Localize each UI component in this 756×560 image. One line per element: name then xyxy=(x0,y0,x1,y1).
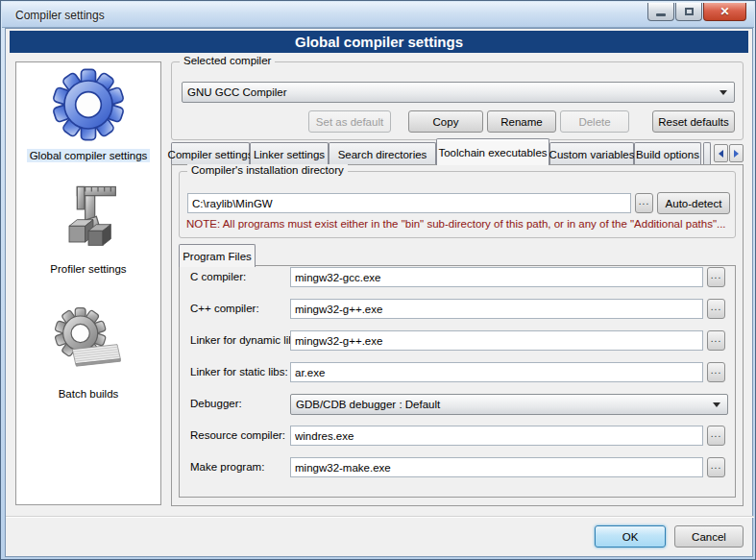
maximize-button[interactable] xyxy=(675,3,702,21)
close-button[interactable]: ✕ xyxy=(703,3,746,21)
sidebar-item-label: Batch builds xyxy=(56,387,122,401)
chevron-down-icon xyxy=(719,90,727,95)
auto-detect-button[interactable]: Auto-detect xyxy=(657,192,730,214)
caliper-icon xyxy=(50,180,127,256)
reset-defaults-button[interactable]: Reset defaults xyxy=(652,110,735,133)
arrow-right-icon xyxy=(734,150,739,158)
cpp-compiler-browse-button[interactable]: ... xyxy=(707,299,725,319)
sidebar-item-profiler-settings[interactable]: Profiler settings xyxy=(16,180,160,276)
compiler-select[interactable]: GNU GCC Compiler xyxy=(182,82,735,103)
make-program-input[interactable] xyxy=(290,457,703,477)
sidebar-item-label: Profiler settings xyxy=(47,262,129,276)
chevron-down-icon xyxy=(713,402,720,407)
linker-dynamic-browse-button[interactable]: ... xyxy=(707,330,725,351)
settings-sidebar: Global compiler settings xyxy=(15,61,161,505)
ok-button[interactable]: OK xyxy=(595,525,666,548)
delete-button[interactable]: Delete xyxy=(560,110,629,133)
debugger-select-value: GDB/CDB debugger : Default xyxy=(296,399,440,410)
sidebar-item-global-compiler-settings[interactable]: Global compiler settings xyxy=(16,66,160,162)
rename-button[interactable]: Rename xyxy=(487,110,556,133)
tab-overflow-sliver[interactable] xyxy=(703,142,711,165)
tab-build-options[interactable]: Build options xyxy=(634,142,701,165)
gray-gear-stack-icon xyxy=(50,304,127,381)
subtab-program-files[interactable]: Program Files xyxy=(179,244,256,267)
field-label: Debugger: xyxy=(190,398,242,409)
tab-linker-settings[interactable]: Linker settings xyxy=(250,142,329,165)
maximize-icon xyxy=(685,8,694,15)
tab-scroll-left-button[interactable] xyxy=(714,144,728,162)
field-label: Linker for static libs: xyxy=(190,366,288,377)
field-label: Make program: xyxy=(190,461,264,473)
page-header: Global compiler settings xyxy=(10,31,748,53)
page-title: Global compiler settings xyxy=(295,34,463,50)
tab-custom-variables[interactable]: Custom variables xyxy=(549,142,634,165)
tab-toolchain-executables[interactable]: Toolchain executables xyxy=(436,138,549,165)
cpp-compiler-input[interactable] xyxy=(290,299,703,319)
minimize-icon xyxy=(656,13,666,16)
linker-static-input[interactable] xyxy=(290,362,703,382)
titlebar[interactable]: Compiler settings ✕ xyxy=(2,2,754,28)
c-compiler-input[interactable] xyxy=(290,267,703,287)
resource-compiler-browse-button[interactable]: ... xyxy=(707,426,725,446)
selected-compiler-legend: Selected compiler xyxy=(180,55,275,66)
dialog-content: Global compiler settings xyxy=(5,28,753,557)
field-label: C++ compiler: xyxy=(190,303,259,314)
compiler-select-value: GNU GCC Compiler xyxy=(187,86,287,98)
make-program-browse-button[interactable]: ... xyxy=(707,457,725,477)
linker-static-browse-button[interactable]: ... xyxy=(707,362,725,382)
footer-separator xyxy=(6,516,754,518)
cancel-button[interactable]: Cancel xyxy=(674,525,744,548)
linker-dynamic-input[interactable] xyxy=(290,330,703,351)
sidebar-item-label: Global compiler settings xyxy=(27,149,151,162)
install-dir-browse-button[interactable]: ... xyxy=(635,193,653,213)
window-title: Compiler settings xyxy=(15,9,105,22)
field-label: Linker for dynamic libs: xyxy=(190,334,304,346)
install-dir-note: NOTE: All programs must exist either in … xyxy=(186,218,730,230)
tab-search-directories[interactable]: Search directories xyxy=(329,142,436,165)
blue-gear-icon xyxy=(50,66,127,143)
field-label: C compiler: xyxy=(190,271,246,282)
minimize-button[interactable] xyxy=(647,3,674,21)
copy-button[interactable]: Copy xyxy=(408,110,483,133)
install-dir-legend: Compiler's installation directory xyxy=(187,164,348,176)
sidebar-item-batch-builds[interactable]: Batch builds xyxy=(16,304,160,401)
tab-scroll-right-button[interactable] xyxy=(729,144,744,162)
debugger-select[interactable]: GDB/CDB debugger : Default xyxy=(290,394,728,415)
arrow-left-icon xyxy=(719,150,723,158)
close-icon: ✕ xyxy=(719,5,729,18)
compiler-settings-window: Compiler settings ✕ Global compiler sett… xyxy=(0,0,756,560)
install-dir-input[interactable] xyxy=(187,193,631,213)
selected-compiler-group: Selected compiler GNU GCC Compiler Set a… xyxy=(171,61,744,140)
set-as-default-button[interactable]: Set as default xyxy=(308,110,391,133)
field-label: Resource compiler: xyxy=(190,429,285,441)
resource-compiler-input[interactable] xyxy=(290,426,703,446)
c-compiler-browse-button[interactable]: ... xyxy=(707,267,725,287)
tab-compiler-settings[interactable]: Compiler settings xyxy=(171,142,250,165)
